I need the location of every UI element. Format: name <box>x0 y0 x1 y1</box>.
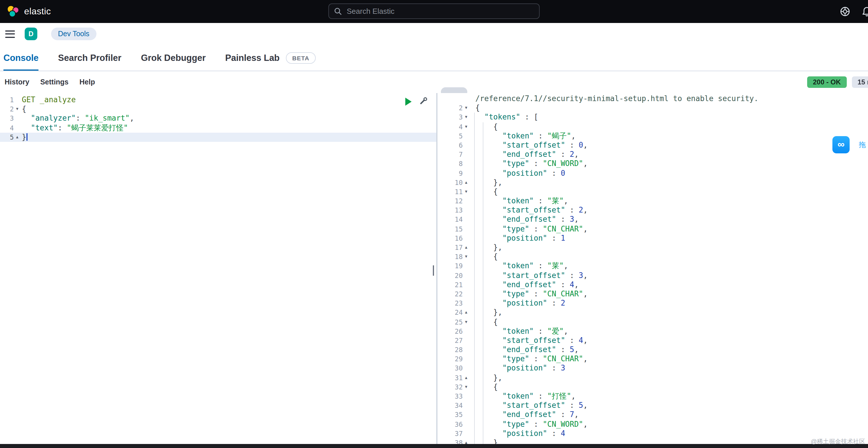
code-line[interactable]: 4▾ { <box>437 122 868 131</box>
code-line[interactable]: 5▴} <box>0 133 436 142</box>
code-line[interactable]: 8 "type" : "CN_WORD", <box>437 159 868 169</box>
gutter: 20 <box>437 271 470 280</box>
search-input[interactable] <box>346 6 534 16</box>
code-line[interactable]: 21 "end_offset" : 4, <box>437 280 868 290</box>
code-line[interactable]: 3 "analyzer": "ik_smart", <box>0 114 436 123</box>
line-number: 38 <box>437 438 463 444</box>
fold-down-icon[interactable]: ▾ <box>463 113 470 122</box>
kibana-header: elastic <box>0 0 868 23</box>
history-menu[interactable]: History <box>5 78 29 86</box>
code-line[interactable]: 34 "start_offset" : 5, <box>437 401 868 410</box>
fold-down-icon[interactable]: ▾ <box>463 252 470 261</box>
baidu-netdisk-icon[interactable]: ∞ <box>832 136 849 153</box>
code-text: "analyzer": "ik_smart", <box>22 114 134 123</box>
gutter: 30 <box>437 364 470 373</box>
code-line[interactable]: 28 "end_offset" : 5, <box>437 345 868 354</box>
fold-down-icon[interactable]: ▾ <box>14 104 21 114</box>
code-text: { <box>475 103 480 113</box>
code-line[interactable]: 9 "position" : 0 <box>437 169 868 178</box>
code-line[interactable]: 6 "start_offset" : 0, <box>437 141 868 150</box>
code-line[interactable]: 25▾ { <box>437 317 868 327</box>
tab-grok-debugger[interactable]: Grok Debugger <box>141 45 206 71</box>
beta-badge: BETA <box>286 52 316 63</box>
line-number: 19 <box>437 262 463 271</box>
code-line[interactable]: 31▴ }, <box>437 373 868 382</box>
code-line[interactable]: 14 "end_offset" : 3, <box>437 215 868 224</box>
code-text: "token" : "打怪", <box>475 392 576 401</box>
help-ring-icon[interactable] <box>839 6 851 17</box>
alerts-bell-icon[interactable] <box>861 6 868 17</box>
code-line[interactable]: 12 "token" : "莱", <box>437 197 868 206</box>
code-line[interactable]: 10▴ }, <box>437 178 868 187</box>
code-line[interactable]: 23 "position" : 2 <box>437 299 868 308</box>
code-line[interactable]: 33 "token" : "打怪", <box>437 392 868 401</box>
request-editor[interactable]: 1GET _analyze2▾{3 "analyzer": "ik_smart"… <box>0 93 436 444</box>
code-line[interactable]: 24▴ }, <box>437 308 868 317</box>
code-line[interactable]: 11▾ { <box>437 187 868 197</box>
send-request-button[interactable] <box>405 97 412 106</box>
tab-console[interactable]: Console <box>3 45 38 71</box>
response-time-badge: 15 ms <box>851 77 868 88</box>
code-line[interactable]: 15 "type" : "CN_CHAR", <box>437 224 868 234</box>
code-line[interactable]: 35 "end_offset" : 7, <box>437 410 868 420</box>
help-menu[interactable]: Help <box>80 78 95 86</box>
breadcrumb[interactable]: Dev Tools <box>51 28 96 40</box>
response-editor[interactable]: /reference/7.1//security-minimal-setup.h… <box>437 93 868 444</box>
code-text: "end_offset" : 5, <box>475 345 579 354</box>
line-number: 34 <box>437 401 463 410</box>
tab-painless-lab[interactable]: Painless Lab BETA <box>225 45 316 71</box>
code-line[interactable]: 4 "text": "蝎子莱莱爱打怪" <box>0 123 436 132</box>
menu-icon[interactable] <box>5 30 15 38</box>
tab-search-profiler[interactable]: Search Profiler <box>58 45 121 71</box>
gutter: 4 <box>0 123 21 132</box>
code-line[interactable]: 37 "position" : 4 <box>437 429 868 438</box>
fold-up-icon[interactable]: ▴ <box>463 178 470 187</box>
code-text: GET _analyze <box>22 95 76 104</box>
code-line[interactable]: 32▾ { <box>437 383 868 392</box>
code-line[interactable]: 13 "start_offset" : 2, <box>437 206 868 215</box>
code-text: }, <box>475 178 502 187</box>
text-cursor <box>26 133 28 141</box>
indent-guide <box>483 122 484 444</box>
global-search[interactable] <box>329 3 539 19</box>
code-line[interactable]: 16 "position" : 1 <box>437 234 868 243</box>
code-line[interactable]: 36 "type" : "CN_WORD", <box>437 420 868 429</box>
fold-up-icon[interactable]: ▴ <box>463 243 470 252</box>
response-code[interactable]: /reference/7.1//security-minimal-setup.h… <box>437 94 868 444</box>
code-text: "end_offset" : 7, <box>475 410 579 420</box>
fold-down-icon[interactable]: ▾ <box>463 122 470 131</box>
code-line[interactable]: 19 "token" : "莱", <box>437 262 868 271</box>
code-line[interactable]: 7 "end_offset" : 2, <box>437 150 868 159</box>
fold-up-icon[interactable]: ▴ <box>14 133 21 142</box>
code-line[interactable]: 17▴ }, <box>437 243 868 252</box>
fold-up-icon[interactable]: ▴ <box>463 308 470 317</box>
code-line[interactable]: 1GET _analyze <box>0 95 436 104</box>
gutter: 13 <box>437 206 470 215</box>
fold-up-icon[interactable]: ▴ <box>463 373 470 382</box>
code-line[interactable]: /reference/7.1//security-minimal-setup.h… <box>437 94 868 103</box>
code-line[interactable]: 18▾ { <box>437 252 868 261</box>
fold-down-icon[interactable]: ▾ <box>463 103 470 113</box>
fold-up-icon[interactable]: ▴ <box>463 438 470 444</box>
code-line[interactable]: 26 "token" : "爱", <box>437 327 868 336</box>
code-line[interactable]: 3▾ "tokens" : [ <box>437 113 868 122</box>
code-line[interactable]: 27 "start_offset" : 4, <box>437 336 868 345</box>
code-line[interactable]: 29 "type" : "CN_CHAR", <box>437 355 868 364</box>
code-line[interactable]: 2▾{ <box>437 103 868 113</box>
request-code[interactable]: 1GET _analyze2▾{3 "analyzer": "ik_smart"… <box>0 95 436 142</box>
code-line[interactable]: 20 "start_offset" : 3, <box>437 271 868 280</box>
elastic-logo[interactable]: elastic <box>7 5 51 18</box>
code-line[interactable]: 30 "position" : 3 <box>437 364 868 373</box>
settings-menu[interactable]: Settings <box>40 78 69 86</box>
line-number: 3 <box>437 113 463 122</box>
fold-down-icon[interactable]: ▾ <box>463 317 470 327</box>
space-avatar[interactable]: D <box>25 28 37 40</box>
wrench-icon[interactable] <box>419 97 428 106</box>
code-text: "position" : 2 <box>475 299 565 308</box>
fold-down-icon[interactable]: ▾ <box>463 187 470 197</box>
code-line[interactable]: 5 "token" : "蝎子", <box>437 131 868 141</box>
code-line[interactable]: 2▾{ <box>0 104 436 114</box>
fold-down-icon[interactable]: ▾ <box>463 383 470 392</box>
code-line[interactable]: 38▴ } <box>437 438 868 444</box>
code-line[interactable]: 22 "type" : "CN_CHAR", <box>437 290 868 299</box>
